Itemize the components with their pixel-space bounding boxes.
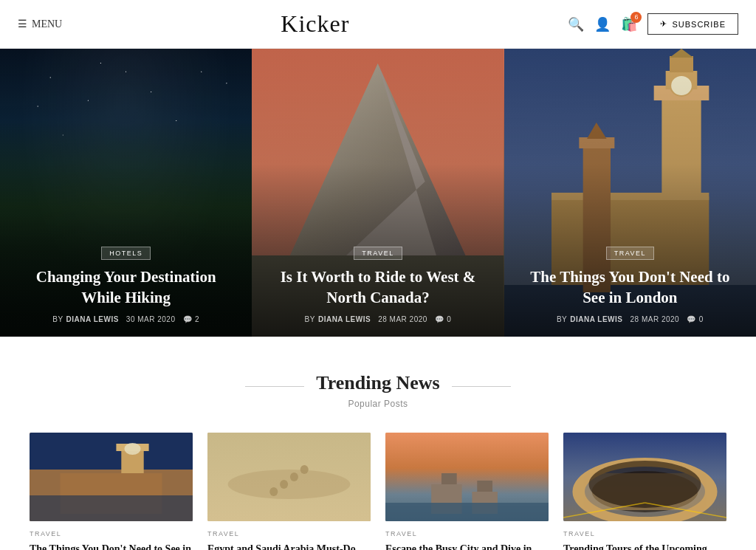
- hero-card-3-date: 28 MAR 2020: [630, 315, 680, 323]
- trending-card-3-tag: TRAVEL: [385, 530, 549, 537]
- svg-rect-35: [385, 503, 549, 521]
- svg-point-21: [124, 443, 140, 455]
- hero-card-3-meta: BY DIANA LEWIS 28 MAR 2020 💬 0: [520, 315, 740, 323]
- hero-card-2-content: TRAVEL Is It Worth to Ride to West & Nor…: [252, 230, 504, 337]
- trending-card-2-tag: TRAVEL: [207, 530, 371, 537]
- trending-london-svg: [30, 433, 193, 521]
- trending-card-4-image: [563, 433, 726, 521]
- trending-card-1-img-bg: [30, 433, 193, 521]
- search-icon[interactable]: 🔍: [568, 16, 584, 32]
- hero-card-1-tag: HOTELS: [101, 247, 151, 260]
- trending-card-2-image: [207, 433, 371, 521]
- hero-grid: HOTELS Changing Your Destination While H…: [0, 49, 756, 337]
- cart-button[interactable]: 🛍️6: [621, 16, 637, 32]
- trending-divider-right: [452, 386, 511, 387]
- subscribe-icon: ✈: [660, 19, 667, 29]
- trending-card-4-title: Trending Tours of the Upcoming Spring: [563, 542, 726, 550]
- hero-card-1-comments: 💬 2: [183, 315, 200, 323]
- svg-point-25: [228, 470, 351, 499]
- hero-card-2-title: Is It Worth to Ride to West & North Cana…: [268, 267, 487, 308]
- trending-card-4[interactable]: TRAVEL Trending Tours of the Upcoming Sp…: [563, 433, 726, 550]
- trending-section: Trending News Popular Posts: [0, 337, 756, 550]
- trending-card-3-img-bg: [385, 433, 549, 521]
- hero-card-1-meta: BY DIANA LEWIS 30 MAR 2020 💬 2: [16, 315, 236, 323]
- trending-card-3-title: Escape the Busy City and Dive in this Be…: [385, 542, 549, 550]
- site-header: ☰ MENU Kicker 🔍 👤 🛍️6 ✈ SUBSCRIBE: [0, 0, 756, 49]
- svg-point-40: [589, 461, 701, 508]
- subscribe-button[interactable]: ✈ SUBSCRIBE: [647, 13, 738, 35]
- hero-card-1-author: BY DIANA LEWIS: [52, 315, 119, 323]
- header-right: 🔍 👤 🛍️6 ✈ SUBSCRIBE: [568, 13, 738, 35]
- trending-card-3[interactable]: TRAVEL Escape the Busy City and Dive in …: [385, 433, 549, 550]
- trending-header: Trending News Popular Posts: [30, 372, 726, 409]
- hero-card-2[interactable]: TRAVEL Is It Worth to Ride to West & Nor…: [252, 49, 504, 337]
- trending-card-3-image: [385, 433, 549, 521]
- hero-card-3[interactable]: TRAVEL The Things You Don't Need to See …: [504, 49, 756, 337]
- trending-title: Trending News: [316, 372, 439, 393]
- hero-card-2-author: BY DIANA LEWIS: [305, 315, 371, 323]
- svg-point-26: [269, 487, 278, 496]
- trending-colosseum-svg: [563, 433, 726, 521]
- trending-card-1-image: [30, 433, 193, 521]
- hero-card-1-title: Changing Your Destination While Hiking: [16, 267, 236, 308]
- hero-card-3-author: BY DIANA LEWIS: [557, 315, 623, 323]
- hero-card-3-comments: 💬 0: [687, 315, 704, 323]
- hero-card-1-content: HOTELS Changing Your Destination While H…: [0, 230, 252, 337]
- svg-point-27: [280, 480, 288, 489]
- trending-card-1-tag: TRAVEL: [30, 530, 193, 537]
- hero-card-3-title: The Things You Don't Need to See in Lond…: [520, 267, 740, 308]
- hero-card-2-date: 28 MAR 2020: [378, 315, 427, 323]
- trending-divider-left: [245, 386, 304, 387]
- subscribe-label: SUBSCRIBE: [672, 20, 726, 29]
- trending-card-2-title: Egypt and Saudi Arabia Must-Do Travel Li…: [207, 542, 371, 550]
- cart-count-badge: 6: [630, 12, 642, 23]
- menu-button[interactable]: ☰ MENU: [18, 18, 62, 30]
- user-icon[interactable]: 👤: [594, 16, 611, 32]
- hero-card-2-tag: TRAVEL: [354, 247, 402, 260]
- trending-card-4-tag: TRAVEL: [563, 530, 726, 537]
- hero-card-3-content: TRAVEL The Things You Don't Need to See …: [504, 230, 756, 337]
- trending-card-1-title: The Things You Don't Need to See in Lond…: [30, 542, 193, 550]
- hero-card-3-tag: TRAVEL: [606, 247, 654, 260]
- hero-card-2-comments: 💬 0: [435, 315, 452, 323]
- trending-card-4-img-bg: [563, 433, 726, 521]
- hero-card-2-meta: BY DIANA LEWIS 28 MAR 2020 💬 0: [268, 315, 487, 323]
- menu-label: MENU: [32, 18, 62, 30]
- hero-card-1-date: 30 MAR 2020: [126, 315, 176, 323]
- trending-subtitle: Popular Posts: [30, 399, 726, 409]
- trending-card-2[interactable]: TRAVEL Egypt and Saudi Arabia Must-Do Tr…: [207, 433, 371, 550]
- hamburger-icon: ☰: [18, 18, 27, 30]
- svg-rect-23: [30, 495, 193, 521]
- trending-grid: TRAVEL The Things You Don't Need to See …: [30, 433, 726, 550]
- header-left: ☰ MENU: [18, 18, 62, 30]
- trending-card-2-img-bg: [207, 433, 371, 521]
- trending-title-row: Trending News: [30, 372, 726, 394]
- svg-point-28: [290, 472, 298, 481]
- trending-coast-svg: [385, 433, 549, 521]
- hero-card-1[interactable]: HOTELS Changing Your Destination While H…: [0, 49, 252, 337]
- site-logo[interactable]: Kicker: [281, 10, 349, 38]
- svg-point-29: [300, 465, 309, 474]
- trending-desert-svg: [207, 433, 371, 521]
- trending-card-1[interactable]: TRAVEL The Things You Don't Need to See …: [30, 433, 193, 550]
